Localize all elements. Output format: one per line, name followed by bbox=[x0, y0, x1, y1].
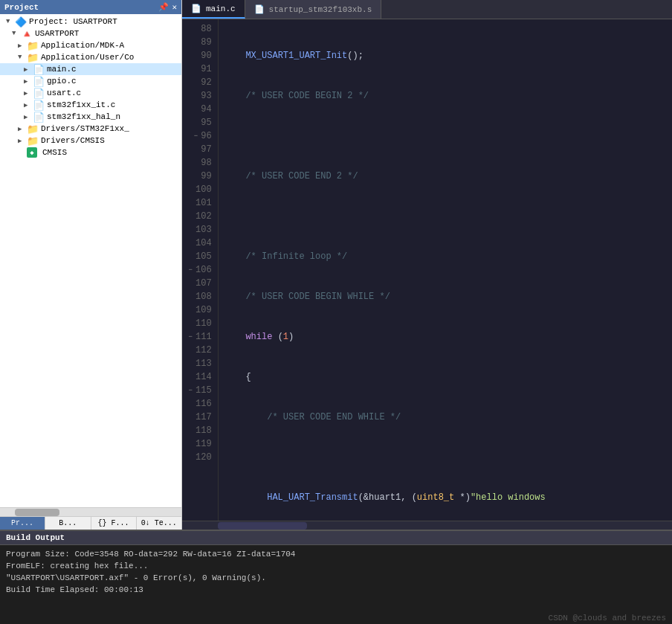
cmsis-label: CMSIS bbox=[42, 148, 67, 157]
build-watermark: CSDN @clouds and breezes bbox=[0, 612, 672, 624]
ln-97: 97 bbox=[185, 143, 212, 156]
tree-cmsis[interactable]: ▶ ◆ CMSIS bbox=[0, 147, 181, 158]
stm32hal-label: stm32f1xx_hal_n bbox=[47, 112, 120, 121]
code-line-96: { bbox=[224, 370, 666, 384]
close-icon[interactable]: ✕ bbox=[172, 2, 177, 12]
tree-arrow-drvstm32[interactable]: ▶ bbox=[18, 125, 27, 133]
ln-117: 117 bbox=[185, 411, 212, 424]
tab-main-c[interactable]: 📄 main.c bbox=[182, 0, 245, 19]
tree-usart-c[interactable]: ▶ 📄 usart.c bbox=[0, 87, 181, 99]
stm32it-label: stm32f1xx_it.c bbox=[47, 100, 115, 109]
code-line-99: HAL_UART_Transmit(&huart1, (uint8_t *)"h… bbox=[224, 491, 666, 504]
tree-usartport[interactable]: ▼ 🔺 USARTPORT bbox=[0, 28, 181, 39]
tab-startup[interactable]: 📄 startup_stm32f103xb.s bbox=[245, 0, 382, 19]
fold-106[interactable]: − bbox=[185, 263, 193, 277]
tree-app-user[interactable]: ▼ 📁 Application/User/Co bbox=[0, 51, 181, 63]
tree-arrow-user[interactable]: ▼ bbox=[18, 54, 27, 61]
ln-109: 109 bbox=[185, 303, 212, 317]
fold-115[interactable]: − bbox=[185, 384, 193, 397]
ln-115: −115 bbox=[185, 384, 212, 397]
sidebar-header-icons: 📌 ✕ bbox=[158, 2, 177, 12]
folder-user-icon: 📁 bbox=[27, 52, 39, 62]
editor-hscroll[interactable] bbox=[182, 521, 672, 530]
sidebar-tab-templates[interactable]: 0↓ Te... bbox=[137, 517, 181, 530]
ln-104: 104 bbox=[185, 237, 212, 250]
tab-main-c-icon: 📄 bbox=[191, 4, 201, 13]
ln-98: 98 bbox=[185, 156, 212, 170]
sidebar-tab-funcs[interactable]: {} F... bbox=[91, 517, 137, 530]
tree-arrow-drvcmsis[interactable]: ▶ bbox=[18, 137, 27, 145]
code-line-95: while (1) bbox=[224, 330, 666, 344]
build-line-2: FromELF: creating hex file... bbox=[6, 560, 666, 572]
tree-drivers-stm32[interactable]: ▶ 📁 Drivers/STM32F1xx_ bbox=[0, 123, 181, 135]
tree-arrow-stm32it[interactable]: ▶ bbox=[24, 101, 33, 109]
ln-113: 113 bbox=[185, 357, 212, 370]
build-output-content: Program Size: Code=3548 RO-data=292 RW-d… bbox=[0, 545, 672, 612]
tree-arrow-root[interactable]: ▼ bbox=[6, 18, 15, 25]
sidebar-tab-funcs-label: {} F... bbox=[98, 519, 129, 527]
ln-99: 99 bbox=[185, 170, 212, 183]
tree-arrow-main[interactable]: ▶ bbox=[24, 65, 33, 74]
sidebar-tab-templates-label: 0↓ Te... bbox=[141, 519, 177, 527]
ln-90: 90 bbox=[185, 49, 212, 62]
project-name-label: Project: USARTPORT bbox=[29, 17, 117, 26]
tree-arrow-mdk[interactable]: ▶ bbox=[18, 42, 27, 50]
sidebar: Project 📌 ✕ ▼ 🔷 Project: USARTPORT ▼ 🔺 U… bbox=[0, 0, 182, 530]
sidebar-header: Project 📌 ✕ bbox=[0, 0, 181, 14]
sidebar-bottom-tabs: Pr... B... {} F... 0↓ Te... bbox=[0, 516, 181, 530]
tab-bar: 📄 main.c 📄 startup_stm32f103xb.s bbox=[182, 0, 672, 19]
ln-107: 107 bbox=[185, 277, 212, 290]
ln-106: −106 bbox=[185, 263, 212, 277]
code-content[interactable]: MX_USART1_UART_Init(); /* USER CODE BEGI… bbox=[219, 19, 672, 521]
tab-startup-icon: 📄 bbox=[254, 4, 265, 14]
tree-arrow-usart[interactable]: ▶ bbox=[24, 89, 33, 97]
ln-95: 95 bbox=[185, 116, 212, 129]
tree-arrow-stm32hal[interactable]: ▶ bbox=[24, 113, 33, 121]
ln-100: 100 bbox=[185, 183, 212, 196]
tab-main-c-label: main.c bbox=[206, 4, 236, 13]
build-output-header: Build Output bbox=[0, 531, 672, 545]
ln-103: 103 bbox=[185, 223, 212, 237]
tree-stm32-hal[interactable]: ▶ 📄 stm32f1xx_hal_n bbox=[0, 111, 181, 123]
tree-arrow-gpio[interactable]: ▶ bbox=[24, 77, 33, 86]
ln-118: 118 bbox=[185, 424, 212, 437]
sidebar-title: Project bbox=[4, 3, 39, 12]
sidebar-hscroll[interactable] bbox=[0, 507, 181, 516]
build-line-4: Build Time Elapsed: 00:00:13 bbox=[6, 584, 666, 596]
ln-96: −96 bbox=[185, 129, 212, 143]
ln-89: 89 bbox=[185, 36, 212, 49]
tree-project-root[interactable]: ▼ 🔷 Project: USARTPORT bbox=[0, 16, 181, 28]
usart-c-label: usart.c bbox=[47, 89, 81, 97]
sidebar-tree: ▼ 🔷 Project: USARTPORT ▼ 🔺 USARTPORT ▶ 📁… bbox=[0, 14, 181, 507]
fold-96[interactable]: − bbox=[190, 129, 198, 143]
code-line-92 bbox=[224, 210, 666, 223]
pin-icon[interactable]: 📌 bbox=[158, 2, 169, 12]
tree-app-mdk[interactable]: ▶ 📁 Application/MDK-A bbox=[0, 39, 181, 51]
code-line-94: /* USER CODE BEGIN WHILE */ bbox=[224, 290, 666, 303]
ln-92: 92 bbox=[185, 76, 212, 89]
tree-gpio-c[interactable]: ▶ 📄 gpio.c bbox=[0, 75, 181, 87]
fold-111[interactable]: − bbox=[185, 330, 193, 344]
project-icon: 🔷 bbox=[15, 16, 27, 27]
tree-stm32-it[interactable]: ▶ 📄 stm32f1xx_it.c bbox=[0, 99, 181, 111]
code-line-97: /* USER CODE END WHILE */ bbox=[224, 411, 666, 424]
ln-114: 114 bbox=[185, 370, 212, 384]
ln-108: 108 bbox=[185, 290, 212, 303]
tree-arrow-usartport[interactable]: ▼ bbox=[12, 30, 21, 37]
code-editor[interactable]: 88 89 90 91 92 93 94 95 −96 97 98 99 100… bbox=[182, 19, 672, 521]
tree-drivers-cmsis[interactable]: ▶ 📁 Drivers/CMSIS bbox=[0, 135, 181, 147]
main-area: Project 📌 ✕ ▼ 🔷 Project: USARTPORT ▼ 🔺 U… bbox=[0, 0, 672, 530]
build-output-title: Build Output bbox=[6, 533, 65, 542]
sidebar-tab-books[interactable]: B... bbox=[45, 517, 91, 530]
code-line-90 bbox=[224, 129, 666, 143]
ln-120: 120 bbox=[185, 451, 212, 464]
main-c-label: main.c bbox=[47, 65, 77, 74]
ln-102: 102 bbox=[185, 210, 212, 223]
sidebar-tab-project-label: Pr... bbox=[11, 519, 33, 527]
sidebar-tab-books-label: B... bbox=[59, 519, 77, 527]
ln-105: 105 bbox=[185, 250, 212, 263]
editor-area: 📄 main.c 📄 startup_stm32f103xb.s 88 89 9… bbox=[182, 0, 672, 530]
tree-main-c[interactable]: ▶ 📄 main.c bbox=[0, 63, 181, 75]
gpio-c-label: gpio.c bbox=[47, 77, 77, 86]
sidebar-tab-project[interactable]: Pr... bbox=[0, 517, 45, 530]
